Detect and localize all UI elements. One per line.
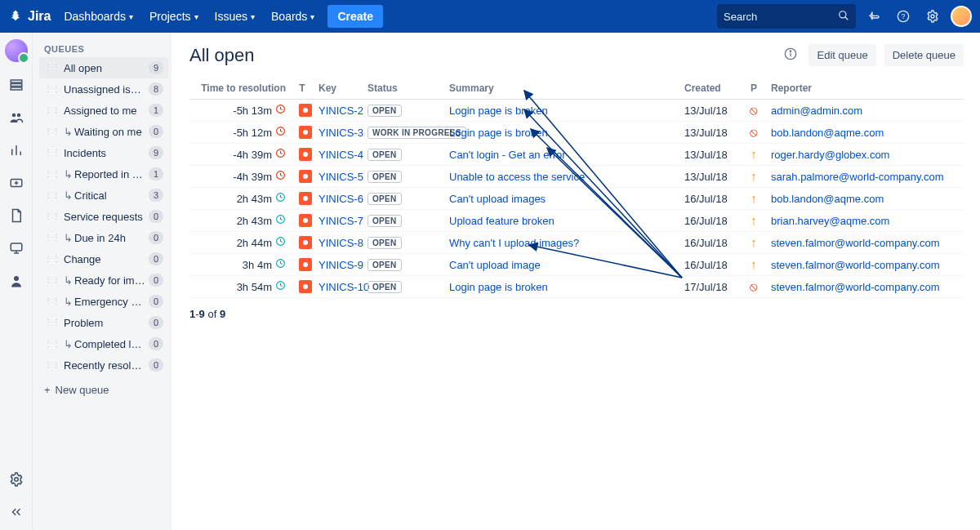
- col-reporter[interactable]: Reporter: [764, 78, 964, 100]
- col-key[interactable]: Key: [312, 78, 361, 100]
- drag-handle-icon[interactable]: ⋮⋮: [44, 149, 60, 157]
- project-avatar[interactable]: [5, 39, 28, 62]
- issue-key-link[interactable]: YINICS-7: [318, 215, 363, 227]
- sidebar-item[interactable]: ⋮⋮↳Ready for implem...0: [39, 269, 168, 291]
- drag-handle-icon[interactable]: ⋮⋮: [44, 127, 60, 136]
- drag-handle-icon[interactable]: ⋮⋮: [44, 361, 60, 369]
- nav-item-issues[interactable]: Issues▾: [208, 5, 261, 28]
- reporter-link[interactable]: steven.falmor@world-company.com: [771, 237, 940, 249]
- sidebar-item-label: ↳Completed last 3...: [64, 338, 145, 350]
- issue-key-link[interactable]: YINICS-10: [318, 281, 369, 293]
- issue-key-link[interactable]: YINICS-3: [318, 127, 363, 139]
- reporter-link[interactable]: admin@admin.com: [771, 105, 862, 117]
- issue-key-link[interactable]: YINICS-5: [318, 171, 363, 183]
- summary-link[interactable]: Can't upload images: [449, 193, 546, 205]
- queues-icon[interactable]: [7, 75, 26, 95]
- col-summary[interactable]: Summary: [443, 78, 678, 100]
- sidebar-item[interactable]: ⋮⋮↳Emergency change0: [39, 291, 168, 312]
- delete-queue-button[interactable]: Delete queue: [884, 44, 964, 66]
- page-icon[interactable]: [7, 206, 26, 225]
- sidebar-item[interactable]: ⋮⋮Incidents9: [39, 142, 168, 163]
- profile-avatar[interactable]: [951, 6, 972, 27]
- drag-handle-icon[interactable]: ⋮⋮: [44, 234, 60, 242]
- reporter-link[interactable]: bob.landon@aqme.com: [771, 193, 884, 205]
- issue-table: Time to resolution T Key Status Summary …: [189, 78, 964, 298]
- sidebar-item[interactable]: ⋮⋮Problem0: [39, 312, 168, 333]
- edit-queue-button[interactable]: Edit queue: [808, 44, 875, 66]
- monitor-icon[interactable]: [7, 238, 26, 258]
- drag-handle-icon[interactable]: ⋮⋮: [44, 191, 60, 199]
- settings-icon[interactable]: [921, 5, 944, 28]
- sidebar-item[interactable]: ⋮⋮↳Critical3: [39, 185, 168, 206]
- status-badge: OPEN: [368, 237, 402, 249]
- summary-link[interactable]: Can't upload image: [449, 259, 541, 271]
- feedback-icon[interactable]: [862, 5, 885, 28]
- summary-link[interactable]: Login page is broken: [449, 105, 548, 117]
- drag-handle-icon[interactable]: ⋮⋮: [44, 64, 60, 72]
- reporter-link[interactable]: brian.harvey@aqme.com: [771, 215, 889, 227]
- issue-key-link[interactable]: YINICS-4: [318, 149, 363, 161]
- reporter-link[interactable]: bob.landon@aqme.com: [771, 127, 884, 139]
- global-search[interactable]: [717, 4, 856, 29]
- sidebar-item[interactable]: ⋮⋮↳Reported in the la...1: [39, 163, 168, 185]
- col-ttr[interactable]: Time to resolution: [189, 78, 292, 100]
- issue-key-link[interactable]: YINICS-2: [318, 105, 363, 117]
- sidebar-item[interactable]: ⋮⋮Service requests0: [39, 206, 168, 227]
- sidebar-item[interactable]: ⋮⋮Change0: [39, 248, 168, 269]
- nav-item-boards[interactable]: Boards▾: [265, 5, 321, 28]
- reports-icon[interactable]: [7, 140, 26, 160]
- create-button[interactable]: Create: [327, 5, 383, 28]
- col-status[interactable]: Status: [361, 78, 443, 100]
- drag-handle-icon[interactable]: ⋮⋮: [44, 297, 60, 305]
- drag-handle-icon[interactable]: ⋮⋮: [44, 212, 60, 220]
- reporter-link[interactable]: sarah.palmore@world-company.com: [771, 171, 944, 183]
- col-priority[interactable]: P: [743, 78, 764, 100]
- summary-link[interactable]: Login page is broken: [449, 127, 548, 139]
- drag-handle-icon[interactable]: ⋮⋮: [44, 170, 60, 178]
- drag-handle-icon[interactable]: ⋮⋮: [44, 85, 60, 93]
- drag-handle-icon[interactable]: ⋮⋮: [44, 255, 60, 263]
- collapse-icon[interactable]: [7, 502, 26, 522]
- sidebar-item[interactable]: ⋮⋮All open9: [39, 57, 168, 78]
- issue-key-link[interactable]: YINICS-6: [318, 193, 363, 205]
- issue-key-link[interactable]: YINICS-9: [318, 259, 363, 271]
- reporter-link[interactable]: steven.falmor@world-company.com: [771, 259, 940, 271]
- svg-point-33: [303, 196, 308, 201]
- person-icon[interactable]: [7, 271, 26, 291]
- drag-handle-icon[interactable]: ⋮⋮: [44, 106, 60, 114]
- raise-request-icon[interactable]: [7, 173, 26, 193]
- new-queue-button[interactable]: + New queue: [39, 379, 168, 401]
- sidebar-item-label: ↳Ready for implem...: [64, 274, 145, 287]
- reporter-link[interactable]: steven.falmor@world-company.com: [771, 281, 940, 293]
- sidebar-item[interactable]: ⋮⋮↳Completed last 3...0: [39, 333, 168, 354]
- search-input[interactable]: [724, 11, 838, 23]
- jira-logo[interactable]: Jira: [8, 9, 51, 24]
- sidebar-item[interactable]: ⋮⋮↳Waiting on me0: [39, 121, 168, 142]
- summary-link[interactable]: Login page is broken: [449, 281, 548, 293]
- col-type[interactable]: T: [292, 78, 312, 100]
- sidebar-item[interactable]: ⋮⋮Unassigned issues8: [39, 78, 168, 100]
- priority-high-icon: ↑: [751, 235, 757, 249]
- sidebar-item[interactable]: ⋮⋮↳Due in 24h0: [39, 227, 168, 248]
- summary-link[interactable]: Why can't I upload images?: [449, 237, 579, 249]
- reporter-link[interactable]: roger.hardy@globex.com: [771, 149, 889, 161]
- summary-link[interactable]: Upload feature broken: [449, 215, 555, 227]
- summary-link[interactable]: Unable to access the service: [449, 171, 585, 183]
- sidebar-title: Queues: [39, 39, 168, 57]
- sidebar-item-count: 0: [149, 274, 163, 287]
- drag-handle-icon[interactable]: ⋮⋮: [44, 318, 60, 327]
- help-icon[interactable]: ?: [892, 5, 915, 28]
- drag-handle-icon[interactable]: ⋮⋮: [44, 276, 60, 284]
- summary-link[interactable]: Can't login - Get an error: [449, 149, 566, 161]
- customers-icon[interactable]: [7, 108, 26, 127]
- sidebar-item[interactable]: ⋮⋮Recently resolved0: [39, 354, 168, 376]
- drag-handle-icon[interactable]: ⋮⋮: [44, 340, 60, 348]
- issue-key-link[interactable]: YINICS-8: [318, 237, 363, 249]
- project-settings-icon[interactable]: [7, 470, 26, 489]
- nav-item-projects[interactable]: Projects▾: [143, 5, 205, 28]
- created-value: 13/Jul/18: [678, 166, 743, 188]
- info-icon[interactable]: [781, 44, 800, 66]
- sidebar-item[interactable]: ⋮⋮Assigned to me1: [39, 100, 168, 121]
- nav-item-dashboards[interactable]: Dashboards▾: [57, 5, 140, 28]
- col-created[interactable]: Created: [678, 78, 743, 100]
